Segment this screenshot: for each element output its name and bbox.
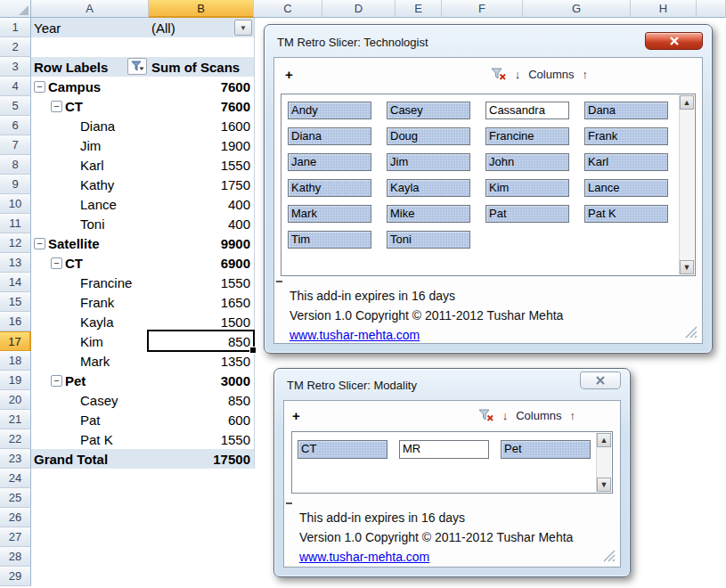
row-header-25[interactable]: 25: [0, 488, 31, 508]
column-header-d[interactable]: D: [322, 0, 396, 18]
pivot-value-cell-b23[interactable]: 17500: [149, 449, 254, 469]
slicer-item-karl[interactable]: Karl: [584, 153, 668, 171]
pivot-label-cell-a13[interactable]: −CT: [31, 253, 149, 273]
slicer-item-casey[interactable]: Casey: [387, 102, 470, 119]
pivot-label-cell-a22[interactable]: Pat K: [31, 429, 149, 449]
row-header-22[interactable]: 22: [0, 429, 31, 449]
scrollbar[interactable]: ▲ ▼: [596, 433, 611, 492]
scroll-down-button[interactable]: ▼: [680, 260, 694, 274]
row-header-28[interactable]: 28: [0, 547, 31, 567]
pivot-value-cell-b12[interactable]: 9900: [149, 233, 254, 253]
select-all-corner[interactable]: [0, 0, 31, 18]
columns-decrease-arrow[interactable]: ↓: [502, 409, 509, 422]
scroll-up-button[interactable]: ▲: [680, 95, 694, 110]
slicer-item-dana[interactable]: Dana: [584, 102, 668, 119]
add-button[interactable]: +: [285, 67, 293, 82]
row-header-9[interactable]: 9: [0, 175, 31, 194]
report-filter-dropdown-button[interactable]: ▼: [234, 20, 252, 36]
pivot-label-cell-a12[interactable]: −Satellite: [31, 233, 149, 253]
scrollbar[interactable]: ▲ ▼: [679, 95, 694, 274]
row-header-27[interactable]: 27: [0, 527, 31, 547]
pivot-label-cell-a6[interactable]: Diana: [31, 116, 149, 135]
row-header-20[interactable]: 20: [0, 390, 31, 410]
slicer-item-kim[interactable]: Kim: [485, 179, 569, 197]
row-header-23[interactable]: 23: [0, 449, 31, 469]
pivot-label-cell-a5[interactable]: −CT: [31, 96, 149, 116]
pivot-label-cell-a15[interactable]: Frank: [31, 292, 149, 312]
row-header-19[interactable]: 19: [0, 371, 31, 390]
pivot-value-cell-b13[interactable]: 6900: [149, 253, 254, 273]
row-labels-filter-button[interactable]: [127, 58, 147, 75]
columns-increase-arrow[interactable]: ↑: [570, 409, 576, 422]
pivot-label-cell-a4[interactable]: −Campus: [31, 77, 149, 96]
column-header-f[interactable]: F: [442, 0, 523, 18]
collapse-button[interactable]: −: [34, 81, 45, 93]
row-header-16[interactable]: 16: [0, 312, 31, 331]
row-header-29[interactable]: 29: [0, 567, 31, 586]
slicer-item-frank[interactable]: Frank: [584, 127, 668, 145]
column-header-g[interactable]: G: [523, 0, 631, 18]
slicer-item-diana[interactable]: Diana: [288, 127, 371, 145]
pivot-label-cell-a19[interactable]: −Pet: [31, 371, 149, 390]
scroll-down-button[interactable]: ▼: [597, 478, 611, 492]
collapse-button[interactable]: −: [34, 238, 45, 249]
slicer-item-ct[interactable]: CT: [298, 440, 387, 459]
row-header-17[interactable]: 17: [0, 331, 31, 351]
slicer-item-pet[interactable]: Pet: [501, 440, 591, 459]
website-link[interactable]: www.tushar-mehta.com: [299, 550, 429, 564]
pivot-label-cell-a17[interactable]: Kim: [31, 331, 149, 351]
slicer-item-mark[interactable]: Mark: [288, 205, 371, 223]
pivot-label-cell-a11[interactable]: Toni: [31, 214, 149, 233]
pivot-value-cell-b20[interactable]: 850: [149, 390, 254, 410]
slicer-item-jim[interactable]: Jim: [387, 153, 470, 171]
pivot-label-cell-a21[interactable]: Pat: [31, 410, 149, 429]
cell-b1[interactable]: (All) ▼: [149, 18, 254, 37]
slicer-item-tim[interactable]: Tim: [288, 231, 371, 249]
pivot-value-cell-b22[interactable]: 1550: [149, 429, 254, 449]
pivot-label-cell-a23[interactable]: Grand Total: [31, 449, 149, 469]
collapse-button[interactable]: −: [51, 257, 62, 269]
row-header-11[interactable]: 11: [0, 214, 31, 233]
slicer-item-pat-k[interactable]: Pat K: [584, 205, 668, 223]
row-header-26[interactable]: 26: [0, 508, 31, 527]
row-header-2[interactable]: 2: [0, 37, 31, 57]
slicer-item-mike[interactable]: Mike: [387, 205, 470, 223]
pivot-value-cell-b19[interactable]: 3000: [149, 371, 254, 390]
cell-a3[interactable]: Row Labels: [31, 57, 149, 77]
cell-a1[interactable]: Year: [31, 18, 149, 37]
scroll-up-button[interactable]: ▲: [597, 433, 611, 447]
pivot-value-cell-b14[interactable]: 1550: [149, 273, 254, 292]
row-header-10[interactable]: 10: [0, 194, 31, 214]
column-header-e[interactable]: E: [396, 0, 442, 18]
close-button[interactable]: [580, 372, 621, 389]
collapse-button[interactable]: −: [51, 375, 62, 387]
row-header-24[interactable]: 24: [0, 469, 31, 488]
row-header-7[interactable]: 7: [0, 135, 31, 155]
slicer-item-kathy[interactable]: Kathy: [288, 179, 371, 197]
pivot-value-cell-b10[interactable]: 400: [149, 194, 254, 214]
pivot-value-cell-b5[interactable]: 7600: [149, 96, 254, 116]
clear-filter-icon[interactable]: [478, 409, 494, 422]
pivot-label-cell-a8[interactable]: Karl: [31, 155, 149, 175]
row-header-6[interactable]: 6: [0, 116, 31, 135]
slicer-item-andy[interactable]: Andy: [288, 102, 371, 119]
pivot-value-cell-b15[interactable]: 1650: [149, 292, 254, 312]
dialog-title[interactable]: TM Retro Slicer: Modality: [287, 379, 417, 392]
cell-b3[interactable]: Sum of Scans: [149, 57, 254, 77]
column-header-b[interactable]: B: [149, 0, 254, 18]
column-header-c[interactable]: C: [254, 0, 322, 18]
pivot-label-cell-a18[interactable]: Mark: [31, 351, 149, 371]
close-button[interactable]: [645, 32, 703, 50]
pivot-value-cell-b11[interactable]: 400: [149, 214, 254, 233]
slicer-item-kayla[interactable]: Kayla: [387, 179, 470, 197]
row-header-12[interactable]: 12: [0, 233, 31, 253]
column-header-h[interactable]: H: [631, 0, 697, 18]
slicer-item-pat[interactable]: Pat: [485, 205, 569, 223]
slicer-item-lance[interactable]: Lance: [584, 179, 668, 197]
column-header-a[interactable]: A: [31, 0, 149, 18]
pivot-value-cell-b4[interactable]: 7600: [149, 77, 254, 96]
row-header-4[interactable]: 4: [0, 77, 31, 96]
column-header-partial[interactable]: [697, 0, 726, 18]
slicer-item-francine[interactable]: Francine: [485, 127, 569, 145]
slicer-item-john[interactable]: John: [485, 153, 569, 171]
